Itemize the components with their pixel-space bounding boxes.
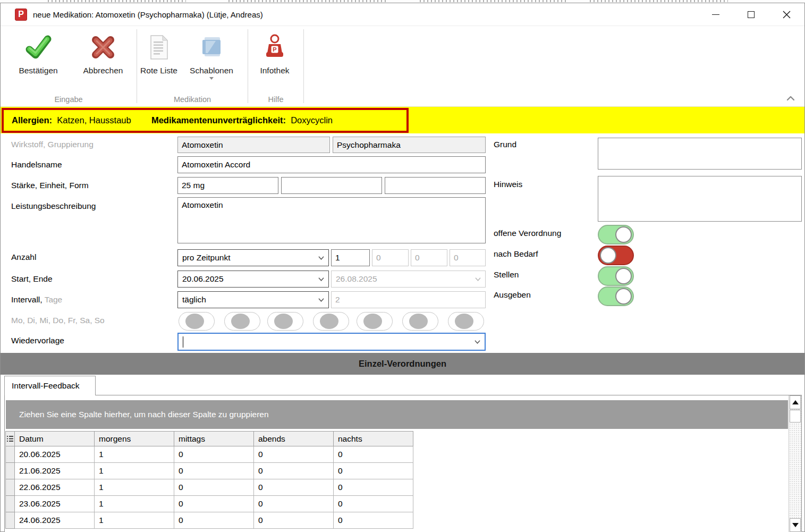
anzahl-value-1[interactable] (331, 249, 370, 266)
cell-datum[interactable]: 20.06.2025 (15, 446, 95, 463)
toggle-knob (615, 288, 632, 305)
groupby-dropzone[interactable]: Ziehen Sie eine Spalte hierher, um nach … (6, 400, 788, 429)
cell-nachts[interactable]: 0 (334, 496, 413, 512)
rote-liste-button[interactable]: Rote Liste (139, 31, 179, 75)
chevron-down-icon (318, 255, 324, 261)
row-indicator[interactable] (6, 512, 15, 529)
table-row[interactable]: 24.06.2025 1 0 0 0 (6, 512, 413, 529)
column-header-nachts[interactable]: nachts (334, 432, 413, 446)
grund-field[interactable] (598, 138, 802, 170)
intervall-dropdown[interactable]: täglich (177, 291, 329, 308)
hinweis-field[interactable] (598, 176, 802, 222)
toggle-stellen[interactable] (598, 266, 634, 286)
cell-abends[interactable]: 0 (254, 512, 334, 529)
cell-nachts[interactable]: 0 (334, 446, 413, 463)
form-field[interactable] (385, 177, 486, 194)
handelsname-field[interactable] (177, 156, 486, 173)
table-row[interactable]: 20.06.2025 1 0 0 0 (6, 446, 413, 463)
infothek-button[interactable]: P Infothek (249, 31, 300, 75)
row-indicator[interactable] (6, 463, 15, 479)
anzahl-value-3[interactable] (411, 249, 447, 266)
cancel-button[interactable]: Abbrechen (73, 31, 133, 75)
cell-nachts[interactable]: 0 (334, 512, 413, 529)
day-toggle-do[interactable] (313, 312, 349, 331)
day-toggle-fr[interactable] (357, 312, 393, 331)
collapse-ribbon-button[interactable] (786, 96, 795, 101)
day-toggle-di[interactable] (224, 312, 260, 331)
cell-mittags[interactable]: 0 (174, 496, 254, 512)
day-toggle-sa[interactable] (402, 312, 438, 331)
column-header-abends[interactable]: abends (254, 432, 334, 446)
tage-field[interactable] (331, 291, 486, 308)
row-indicator[interactable] (6, 496, 15, 512)
ribbon-toolbar: Bestätigen Abbrechen (1, 26, 804, 107)
toggle-ausgeben[interactable] (598, 286, 634, 306)
anzahl-mode-dropdown[interactable]: pro Zeitpunkt (177, 249, 329, 266)
column-header-mittags[interactable]: mittags (174, 432, 254, 446)
maximize-button[interactable] (733, 3, 769, 26)
cell-morgens[interactable]: 1 (95, 446, 174, 463)
chevron-down-icon (318, 276, 324, 282)
cell-datum[interactable]: 23.06.2025 (15, 496, 95, 512)
table-row[interactable]: 23.06.2025 1 0 0 0 (6, 496, 413, 512)
anzahl-value-2[interactable] (372, 249, 409, 266)
table-row[interactable]: 21.06.2025 1 0 0 0 (6, 463, 413, 479)
day-toggle-mo[interactable] (179, 312, 215, 331)
toggle-nach-bedarf[interactable] (598, 246, 634, 265)
tab-intervall-feedback[interactable]: Intervall-Feedback (4, 376, 96, 395)
wiedervorlage-combobox[interactable] (177, 333, 486, 351)
chevron-up-icon (786, 96, 795, 101)
cell-abends[interactable]: 0 (254, 479, 334, 496)
label-intervall-tage: Intervall, Tage (11, 295, 62, 305)
cell-mittags[interactable]: 0 (174, 479, 254, 496)
row-indicator[interactable] (6, 446, 15, 463)
confirm-button[interactable]: Bestätigen (9, 31, 68, 75)
leistungsbeschreibung-field[interactable]: Atomoxetin (177, 197, 486, 243)
toggle-offene-verordnung[interactable] (598, 225, 634, 244)
toggle-knob (615, 226, 632, 243)
cell-datum[interactable]: 22.06.2025 (15, 479, 95, 496)
row-indicator-header[interactable] (6, 432, 15, 446)
scrollbar-thumb[interactable] (790, 410, 801, 423)
cell-datum[interactable]: 21.06.2025 (15, 463, 95, 479)
arrow-up-icon (792, 400, 799, 404)
minimize-button[interactable] (698, 3, 733, 26)
cell-mittags[interactable]: 0 (174, 512, 254, 529)
label-staerke-einheit-form: Stärke, Einheit, Form (11, 181, 89, 190)
cell-datum[interactable]: 24.06.2025 (15, 512, 95, 529)
vertical-scrollbar[interactable] (789, 395, 801, 532)
cell-nachts[interactable]: 0 (334, 479, 413, 496)
schablonen-button[interactable]: Schablonen (180, 31, 243, 80)
cell-abends[interactable]: 0 (254, 496, 334, 512)
cell-morgens[interactable]: 1 (95, 512, 174, 529)
cell-nachts[interactable]: 0 (334, 463, 413, 479)
anzahl-value-4[interactable] (450, 249, 486, 266)
label-anzahl: Anzahl (11, 252, 36, 262)
cell-morgens[interactable]: 1 (95, 463, 174, 479)
title-bar: P neue Medikation: Atomoxetin (Psychopha… (1, 3, 804, 26)
cell-morgens[interactable]: 1 (95, 496, 174, 512)
scroll-down-button[interactable] (790, 518, 801, 532)
scroll-up-button[interactable] (790, 395, 801, 409)
feedback-table: Datum morgens mittags abends nachts 20.0… (5, 431, 413, 529)
row-indicator[interactable] (6, 479, 15, 496)
close-button[interactable] (769, 3, 804, 26)
cell-morgens[interactable]: 1 (95, 479, 174, 496)
einheit-field[interactable] (281, 177, 382, 194)
group-label-eingabe: Eingabe (1, 95, 137, 104)
gruppierung-field[interactable] (333, 137, 486, 153)
staerke-field[interactable] (177, 177, 278, 194)
cell-abends[interactable]: 0 (254, 446, 334, 463)
column-header-morgens[interactable]: morgens (95, 432, 174, 446)
cell-mittags[interactable]: 0 (174, 446, 254, 463)
start-date-dropdown[interactable]: 20.06.2025 (177, 271, 329, 288)
column-header-datum[interactable]: Datum (15, 432, 95, 446)
wirkstoff-field[interactable] (177, 137, 330, 153)
table-row[interactable]: 22.06.2025 1 0 0 0 (6, 479, 413, 496)
cell-abends[interactable]: 0 (254, 463, 334, 479)
cell-mittags[interactable]: 0 (174, 463, 254, 479)
day-toggle-mi[interactable] (267, 312, 303, 331)
end-date-dropdown[interactable]: 26.08.2025 (331, 271, 486, 288)
red-x-icon (90, 31, 116, 63)
day-toggle-so[interactable] (448, 312, 484, 331)
